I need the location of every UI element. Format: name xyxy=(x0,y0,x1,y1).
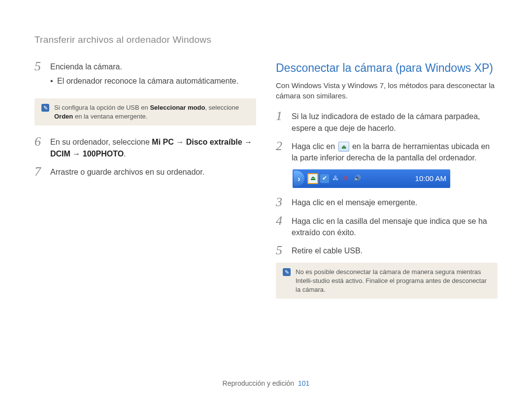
taskbar-clock: 10:00 AM xyxy=(415,173,446,184)
step-7: 7 Arrastre o guarde archivos en su orden… xyxy=(34,165,256,178)
step-text: Arrastre o guarde archivos en su ordenad… xyxy=(50,165,256,178)
note-icon: ✎ xyxy=(283,268,291,276)
r-step-2: 2 Haga clic en ⏏ en la barra de herramie… xyxy=(276,140,498,163)
note-icon: ✎ xyxy=(41,104,49,112)
note-text: No es posible desconectar la cámara de m… xyxy=(296,268,491,294)
step-number: 6 xyxy=(34,135,45,159)
footer-section: Reproducción y edición xyxy=(223,379,295,387)
system-tray: ⏏ ✔ 🖧 ⛨ 🔊 xyxy=(307,173,362,184)
network-icon: 🖧 xyxy=(331,174,340,183)
windows-taskbar: › ⏏ ✔ 🖧 ⛨ 🔊 10:00 AM xyxy=(293,169,450,188)
safely-remove-tray-icon: ⏏ xyxy=(307,173,318,184)
r-step-5: 5 Retire el cable USB. xyxy=(276,244,498,257)
step-number: 5 xyxy=(276,244,287,257)
section-intro: Con Windows Vista y Windows 7, los métod… xyxy=(276,80,498,101)
left-column: 5 Encienda la cámara. El ordenador recon… xyxy=(34,60,256,308)
safely-remove-icon: ⏏ xyxy=(338,142,349,152)
step-number: 5 xyxy=(34,60,45,93)
step-text: Encienda la cámara. xyxy=(50,62,122,71)
note-box-usb: ✎ Si configura la opción de USB en Selec… xyxy=(34,98,256,125)
step-6: 6 En su ordenador, seleccione Mi PC → Di… xyxy=(34,135,256,159)
step-number: 7 xyxy=(34,165,45,178)
step-text: Haga clic en la casilla del mensaje que … xyxy=(292,215,498,238)
step-number: 4 xyxy=(276,215,287,238)
security-icon: ⛨ xyxy=(342,174,351,183)
r-step-4: 4 Haga clic en la casilla del mensaje qu… xyxy=(276,215,498,238)
section-title: Desconectar la cámara (para Windows XP) xyxy=(276,60,498,76)
step-text: Retire el cable USB. xyxy=(292,244,498,257)
step-text: En su ordenador, seleccione Mi PC → Disc… xyxy=(50,135,256,159)
step-text: Si la luz indicadora de estado de la cám… xyxy=(292,110,498,133)
note-box-intellistudio: ✎ No es posible desconectar la cámara de… xyxy=(276,263,498,299)
breadcrumb: Transferir archivos al ordenador Windows xyxy=(34,34,498,45)
r-step-3: 3 Haga clic en el mensaje emergente. xyxy=(276,196,498,209)
step-text: Haga clic en ⏏ en la barra de herramient… xyxy=(292,140,498,163)
start-arrow-icon: › xyxy=(294,171,304,186)
page-number: 101 xyxy=(298,379,309,387)
step5-bullet: El ordenador reconoce la cámara automáti… xyxy=(50,75,256,87)
right-column: Desconectar la cámara (para Windows XP) … xyxy=(276,60,498,308)
step-5: 5 Encienda la cámara. El ordenador recon… xyxy=(34,60,256,93)
step-number: 3 xyxy=(276,196,287,209)
step-number: 1 xyxy=(276,110,287,133)
tray-icon: ✔ xyxy=(320,174,329,183)
note-text: Si configura la opción de USB en Selecci… xyxy=(54,103,249,121)
volume-icon: 🔊 xyxy=(353,174,362,183)
step-text: Haga clic en el mensaje emergente. xyxy=(292,196,498,209)
r-step-1: 1 Si la luz indicadora de estado de la c… xyxy=(276,110,498,133)
step-number: 2 xyxy=(276,140,287,163)
page-footer: Reproducción y edición 101 xyxy=(0,379,532,387)
